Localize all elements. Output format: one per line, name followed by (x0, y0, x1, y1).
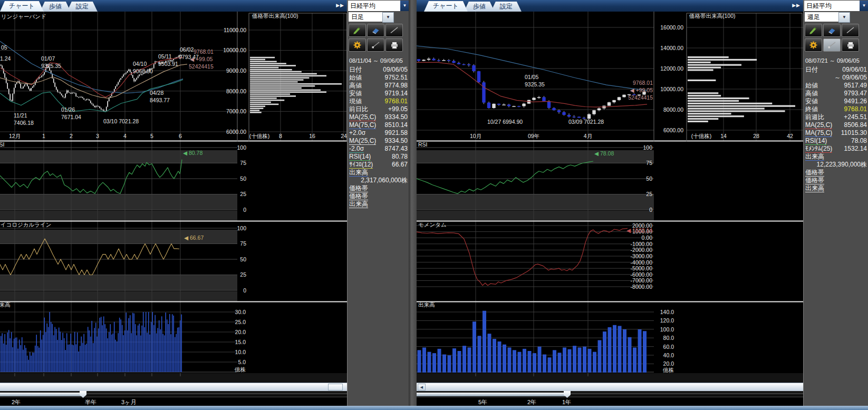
legend-link[interactable]: 価格帯 (804, 177, 868, 184)
print-button[interactable] (842, 38, 859, 52)
left-stats: 日付09/06/05始値9752.51高値9774.98安値9719.14現値9… (348, 66, 409, 208)
right-chart-canvas[interactable]: 16000.0014000.0012000.0010000.008000.006… (417, 12, 803, 383)
legend-link[interactable]: 出来高 (804, 184, 868, 192)
chart-label: 60.0 (663, 344, 674, 350)
chart-label: ◀ 66.67 (184, 235, 204, 241)
chart-label: 9325.35 (525, 81, 545, 87)
chart-label: 出来高 (0, 301, 11, 308)
left-data-panel: 日経平均 ▼ 日足 ▼ 08/11/04 ～ 09/06/05 日付09/06/… (347, 0, 409, 406)
scrollbar-thumb[interactable] (328, 384, 343, 391)
range-label[interactable]: 5年 (478, 398, 487, 406)
slider-thumb[interactable] (564, 391, 571, 398)
chart-label: 価格帯出来高(100) (252, 13, 298, 19)
chart-label: 01/07 (41, 55, 55, 62)
panel-splitter[interactable] (409, 0, 417, 406)
slider-thumb[interactable] (80, 391, 86, 398)
draw-pencil-button[interactable] (349, 24, 366, 37)
eraser-button[interactable] (367, 24, 384, 37)
chart-label: 52424415 (628, 94, 653, 101)
chart-label: 6 (179, 133, 182, 139)
range-label[interactable]: 1年 (562, 398, 571, 406)
chart-label: 30.0 (235, 309, 246, 315)
timeframe-select[interactable]: 週足 ▼ (805, 12, 839, 22)
chevron-down-icon[interactable]: ▼ (382, 12, 394, 23)
eraser-icon (827, 26, 837, 35)
range-label[interactable]: 2年 (527, 398, 536, 406)
left-toolbar (349, 24, 408, 53)
timeframe-label: 週足 (807, 13, 820, 21)
chevron-down-icon[interactable]: ▼ (400, 1, 409, 11)
left-range-labels: 2年半年3ヶ月 (0, 398, 347, 406)
trendline-icon (389, 26, 400, 35)
right-toolbar (805, 24, 864, 53)
tab-quotes[interactable]: 歩値 (464, 2, 495, 12)
chart-label: 01/26 (61, 106, 75, 113)
stats-row: 安値9719.14 (348, 90, 409, 97)
chart-label: 50 (240, 175, 246, 182)
chart-label: 16 (309, 133, 315, 139)
stats-row: 安値9491.26 (804, 97, 868, 105)
chart-label: 8 (279, 133, 282, 139)
chart-label: 10000.00 (660, 86, 683, 92)
left-range-slider[interactable] (0, 391, 347, 398)
left-chart-workspace: チャート 歩値 設定 ▶▶ リンジャーバンド11000.0010000.0090… (0, 0, 347, 406)
right-horizontal-scrollbar[interactable]: ◀ (417, 383, 803, 392)
right-range-slider[interactable] (417, 391, 803, 398)
range-label[interactable]: 半年 (85, 398, 97, 406)
legend-link[interactable]: 価格帯 (804, 169, 868, 177)
tab-chart[interactable]: チャート (424, 1, 468, 12)
chart-label: 15.0 (235, 339, 246, 345)
tab-settings[interactable]: 設定 (67, 2, 98, 12)
symbol-select[interactable]: 日経平均 ▼ (804, 1, 868, 11)
legend-link[interactable]: 価格帯 (348, 184, 409, 192)
stats-row: -2.0σ8747.43 (348, 145, 409, 153)
chart-label: 0 (649, 207, 652, 213)
stats-row: MA(25,C)9334.50 (348, 113, 409, 121)
region-select-icon (371, 41, 381, 50)
legend-link[interactable]: 出来高 (348, 200, 409, 208)
left-horizontal-scrollbar[interactable] (0, 383, 347, 392)
range-label[interactable]: 2年 (12, 398, 21, 406)
region-select-button[interactable] (367, 38, 384, 52)
draw-pencil-button[interactable] (805, 24, 822, 37)
chart-label: 42 (787, 133, 793, 139)
chart-label: 05 (1, 44, 7, 51)
print-icon (389, 41, 400, 50)
chart-label: 75 (240, 240, 246, 247)
settings-gear-icon (808, 41, 819, 50)
legend-link[interactable]: 価格帯 (348, 192, 409, 200)
symbol-select[interactable]: 日経平均 ▼ (348, 1, 409, 11)
fast-forward-icon[interactable]: ▶▶ (792, 3, 801, 8)
settings-gear-icon (352, 41, 363, 50)
chart-label: 9503.91 (158, 61, 178, 67)
print-button[interactable] (385, 38, 403, 52)
chart-label: (十億株) (691, 133, 712, 139)
tab-quotes[interactable]: 歩値 (40, 2, 71, 12)
chevron-down-icon[interactable]: ▼ (838, 12, 850, 23)
tab-chart[interactable]: チャート (0, 1, 44, 12)
trendline-button[interactable] (385, 24, 403, 37)
stats-row: 始値9752.51 (348, 74, 409, 82)
chart-label: 100.0 (660, 326, 674, 333)
settings-gear-button[interactable] (349, 38, 366, 52)
stats-row: +2.0σ9921.58 (348, 129, 409, 137)
eraser-button[interactable] (823, 24, 841, 37)
left-chart-canvas[interactable]: リンジャーバンド11000.0010000.009000.008000.0070… (0, 12, 347, 383)
tab-settings[interactable]: 設定 (491, 2, 522, 12)
stats-row: ～ 09/06/05 (804, 74, 868, 82)
settings-gear-button[interactable] (805, 38, 822, 52)
chart-label: 5 (150, 133, 153, 139)
chart-label: 10.0 (235, 349, 246, 355)
fast-forward-icon[interactable]: ▶▶ (336, 3, 344, 8)
range-label[interactable]: 3ヶ月 (121, 398, 136, 406)
timeframe-select[interactable]: 日足 ▼ (349, 12, 383, 22)
trendline-button[interactable] (842, 24, 859, 37)
chart-label: 75 (240, 160, 246, 166)
window-bottom-edge (0, 406, 868, 410)
chart-label: 10/27 6994.90 (487, 119, 523, 125)
scroll-left-icon[interactable]: ◀ (418, 384, 426, 391)
chevron-down-icon[interactable]: ▼ (860, 1, 868, 11)
region-select-button[interactable] (823, 38, 841, 52)
slider-fill (417, 393, 567, 396)
stats-row: MA(25,C)8506.84 (804, 121, 868, 129)
